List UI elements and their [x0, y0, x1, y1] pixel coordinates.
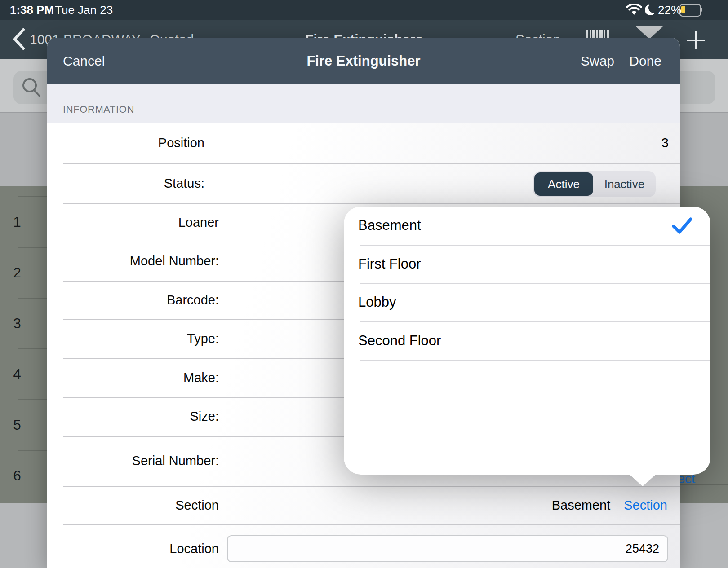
wifi-icon: [626, 4, 642, 16]
status-option-active[interactable]: Active: [534, 172, 593, 196]
popover-option-second-floor[interactable]: Second Floor: [358, 332, 441, 350]
section-picker-link[interactable]: Section: [624, 498, 667, 513]
done-button[interactable]: Done: [629, 38, 661, 84]
add-icon[interactable]: [687, 31, 705, 49]
loaner-label: Loaner: [63, 215, 219, 230]
popover-option-basement[interactable]: Basement: [358, 216, 421, 234]
list-row-number: 4: [6, 367, 28, 382]
status-option-inactive[interactable]: Inactive: [593, 171, 656, 197]
battery-percent: 22%: [658, 3, 681, 17]
swap-button[interactable]: Swap: [581, 38, 614, 84]
information-section-header: INFORMATION: [47, 84, 680, 123]
make-label: Make:: [63, 370, 219, 385]
popover-option-first-floor[interactable]: First Floor: [358, 255, 421, 273]
do-not-disturb-moon-icon: [644, 3, 657, 17]
status-segmented-control: Active Inactive: [533, 171, 656, 197]
type-label: Type:: [63, 331, 219, 346]
screen: 1:38 PM Tue Jan 23 22% 1001 BROADWAY Quo…: [0, 0, 728, 568]
list-row-number: 3: [6, 316, 28, 331]
barcode-label: Barcode:: [63, 292, 219, 308]
popover-tail: [629, 474, 656, 486]
position-label: Position: [63, 135, 204, 150]
size-label: Size:: [63, 409, 219, 424]
section-label: Section: [63, 498, 219, 513]
status-label: Status:: [63, 176, 204, 191]
information-label: INFORMATION: [63, 104, 134, 115]
checkmark-icon: [672, 217, 692, 234]
location-label: Location: [63, 541, 219, 556]
battery-tip: [701, 8, 702, 12]
popover-option-lobby[interactable]: Lobby: [358, 293, 396, 311]
clock: 1:38 PM: [10, 3, 54, 17]
list-row-number: 2: [6, 265, 28, 281]
list-row-number: 5: [6, 418, 28, 433]
serial-number-label: Serial Number:: [63, 453, 219, 468]
modal-header: Cancel Fire Extinguisher Swap Done: [47, 38, 680, 84]
status-bar: 1:38 PM Tue Jan 23 22%: [0, 0, 728, 20]
date: Tue Jan 23: [55, 3, 113, 17]
list-row-number: 6: [6, 468, 28, 484]
location-input[interactable]: [227, 535, 668, 562]
list-row-number: 1: [6, 215, 28, 230]
search-icon: [21, 76, 43, 99]
model-number-label: Model Number:: [63, 253, 219, 269]
battery-icon: [679, 4, 701, 17]
dropdown-triangle-icon[interactable]: [636, 26, 663, 39]
section-value: Basement: [552, 498, 611, 513]
position-value: 3: [584, 135, 669, 150]
